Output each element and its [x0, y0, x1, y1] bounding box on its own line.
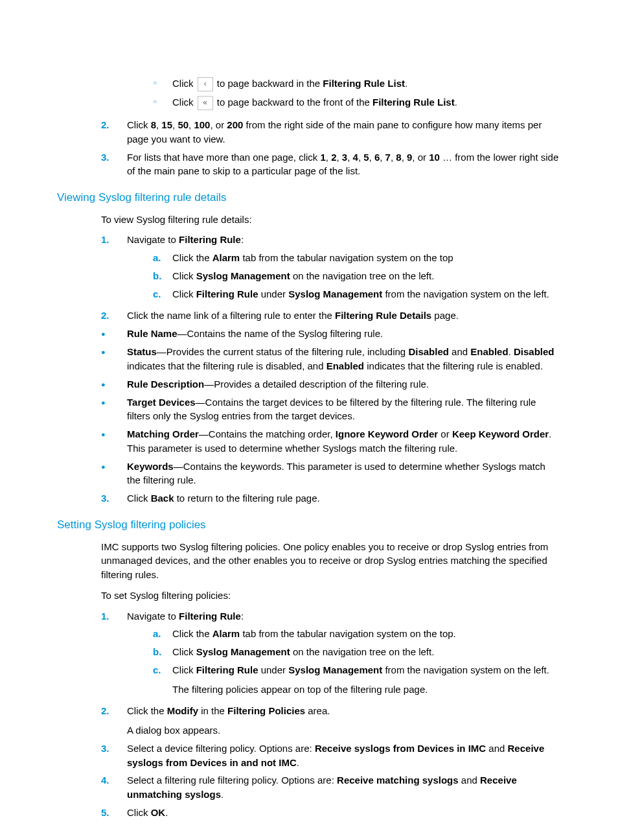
list-letter: a. [153, 627, 172, 641]
bold-text: Alarm [212, 252, 240, 263]
text: . [165, 807, 168, 818]
bold-text: Rule Name [127, 328, 177, 339]
hollow-bullet-icon: ○ [153, 76, 172, 89]
text: : [241, 611, 244, 622]
list-item: ●Rule Name—Contains the name of the Sysl… [101, 327, 561, 341]
text: For lists that have more than one page, … [127, 152, 320, 163]
bold-text: Enabled [470, 346, 508, 357]
text: on the navigation tree on the left. [290, 646, 435, 657]
bold-text: Receive syslogs from Devices in IMC [315, 743, 486, 754]
text: , [380, 152, 385, 163]
text: Click [172, 78, 196, 89]
text: . [405, 78, 407, 89]
list-item: 3. Select a device filtering policy. Opt… [101, 741, 561, 770]
list-number: 5. [101, 806, 127, 820]
text: and [459, 775, 480, 786]
text: tab from the tabular navigation system o… [240, 252, 453, 263]
text: , or [210, 119, 227, 130]
section-heading-viewing: Viewing Syslog filtering rule details [57, 190, 561, 206]
list-letter: a. [153, 251, 172, 265]
bold-text: Ignore Keyword Order [336, 428, 438, 439]
bold-text: 2 [331, 152, 336, 163]
bold-text: Filtering Rule [196, 288, 258, 299]
list-number: 3. [101, 150, 127, 165]
text: and [486, 743, 507, 754]
list-letter: b. [153, 645, 172, 659]
text: and [449, 346, 470, 357]
text: . [509, 346, 514, 357]
bold-text: Filtering Rule List [372, 97, 455, 108]
numbered-list-cont: 3. Click Back to return to the filtering… [101, 491, 561, 506]
bold-text: 200 [227, 119, 243, 130]
list-letter: c. [153, 663, 172, 677]
bold-text: Keywords [127, 461, 174, 472]
list-item: 4. Select a filtering rule filtering pol… [101, 773, 561, 802]
text: . [221, 789, 223, 800]
text: Click [127, 493, 151, 504]
bullet-list: ●Rule Name—Contains the name of the Sysl… [101, 327, 561, 487]
text: , [337, 152, 342, 163]
list-item: 2. Click 8, 15, 50, 100, or 200 from the… [101, 118, 561, 146]
text: Click [172, 97, 196, 108]
list-item: 3. Click Back to return to the filtering… [101, 491, 561, 506]
bold-text: Modify [167, 705, 198, 716]
list-item: ●Keywords—Contains the keywords. This pa… [101, 460, 561, 488]
list-item: b. Click Syslog Management on the naviga… [127, 269, 561, 283]
list-item: ○ Click ‹ to page backward in the Filter… [101, 73, 561, 114]
bold-text: Alarm [212, 628, 240, 639]
text: tab from the tabular navigation system o… [240, 628, 456, 639]
list-item: 2. Click the Modify in the Filtering Pol… [101, 704, 561, 738]
bullet-icon: ● [101, 345, 127, 359]
text: page. [431, 310, 459, 321]
intro-text: To view Syslog filtering rule details: [101, 213, 561, 227]
bold-text: Disabled [514, 346, 555, 357]
bold-text: Back [151, 493, 174, 504]
text: , [326, 152, 331, 163]
text: , [347, 152, 352, 163]
text: on the navigation tree on the left. [290, 270, 435, 281]
text: under [258, 664, 289, 675]
text: from the navigation system on the left. [382, 288, 549, 299]
text: Select a filtering rule filtering policy… [127, 775, 337, 786]
hollow-bullet-icon: ○ [153, 95, 172, 108]
text: Click [172, 664, 196, 675]
bold-text: OK [151, 807, 166, 818]
bold-text: Enabled [326, 360, 364, 371]
text: to page backward to the front of the [217, 97, 372, 108]
bold-text: Status [127, 346, 157, 357]
text: , [369, 152, 374, 163]
text: or [438, 428, 452, 439]
list-item: ●Rule Description—Provides a detailed de… [101, 377, 561, 391]
page-backward-icon: ‹ [198, 77, 213, 91]
bold-text: 8 [396, 152, 401, 163]
text: indicates that the filtering rule is ena… [364, 360, 543, 371]
bold-text: Syslog Management [288, 288, 382, 299]
bold-text: Filtering Rule [179, 234, 241, 245]
list-item: ●Matching Order—Contains the matching or… [101, 427, 561, 456]
numbered-list: 1. Navigate to Filtering Rule: a. Click … [101, 609, 561, 820]
list-item: ○ Click « to page backward to the front … [127, 95, 561, 110]
intro-text: IMC supports two Syslog filtering polici… [101, 540, 561, 582]
bold-text: 6 [374, 152, 380, 163]
bold-text: Filtering Rule [196, 664, 258, 675]
text: area. [305, 705, 330, 716]
list-item: ○ Click ‹ to page backward in the Filter… [127, 76, 561, 91]
text: Select a device filtering policy. Option… [127, 743, 315, 754]
bold-text: 7 [385, 152, 391, 163]
text: to return to the filtering rule page. [174, 493, 320, 504]
alpha-list: a. Click the Alarm tab from the tabular … [127, 627, 561, 696]
text: Navigate to [127, 234, 179, 245]
text: in the [198, 705, 227, 716]
bold-text: Filtering Policies [227, 705, 305, 716]
list-number: 2. [101, 118, 127, 132]
bold-text: 4 [353, 152, 358, 163]
bold-text: 5 [363, 152, 369, 163]
bold-text: 50 [177, 119, 189, 130]
list-item: ●Target Devices—Contains the target devi… [101, 395, 561, 424]
text: , or [412, 152, 429, 163]
top-numbered-list: ○ Click ‹ to page backward in the Filter… [101, 73, 561, 178]
list-item: 5. Click OK. [101, 806, 561, 820]
list-number: 3. [101, 741, 127, 756]
bold-text: Syslog Management [196, 646, 290, 657]
list-item: 3. For lists that have more than one pag… [101, 150, 561, 179]
